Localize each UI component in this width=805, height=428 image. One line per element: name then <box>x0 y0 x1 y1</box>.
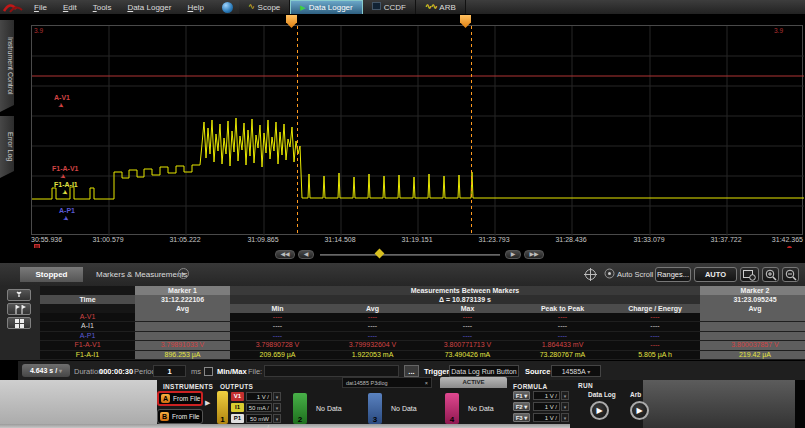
channel3-bar[interactable]: 3 <box>368 393 382 424</box>
datalog-file-tab[interactable]: dat14585 P3dlog × <box>342 377 432 388</box>
row-name: F1-A-I1 <box>40 351 135 359</box>
marker1-header[interactable]: Marker 1 <box>135 286 230 295</box>
menu-help[interactable]: Help <box>179 3 211 12</box>
instrument-b-badge: B <box>160 412 169 421</box>
formula-f2-range-dropdown[interactable]: 1 V / <box>533 402 560 411</box>
period-unit: ms <box>191 367 201 376</box>
table-row: F1-A-V1 3.79891033 V 3.79890728 V 3.7999… <box>40 341 805 350</box>
file-input[interactable] <box>264 365 399 377</box>
row-name: A-I1 <box>40 322 135 330</box>
scroll-track[interactable] <box>320 254 500 256</box>
tab-instrument-control[interactable]: Instrument Control <box>0 20 14 112</box>
zoom-out-button[interactable] <box>782 267 799 282</box>
close-icon[interactable]: × <box>425 378 428 387</box>
marker2-time: 31:23.095245 <box>700 295 805 304</box>
channel1-bar[interactable]: 1 <box>217 391 228 424</box>
ranges-button[interactable]: Ranges... <box>655 267 691 282</box>
instrument-a-button[interactable]: A From File <box>157 391 203 406</box>
measurements-table: Marker 1 Measurements Between Markers Ma… <box>0 286 805 360</box>
channel1-p-range-dropdown[interactable]: 50 mW / <box>246 414 272 423</box>
markers-tool-button[interactable] <box>7 303 31 315</box>
formula-f1-range-dropdown[interactable]: 1 V / <box>533 391 560 400</box>
auto-scroll-label[interactable]: Auto Scroll <box>617 270 653 279</box>
file-label: File: <box>248 367 262 376</box>
menu-tools[interactable]: Tools <box>85 3 120 12</box>
auto-scroll-icon[interactable] <box>604 268 615 279</box>
formula-f1-badge[interactable]: F1 ▾ <box>513 391 530 400</box>
browse-button[interactable]: ... <box>404 365 419 377</box>
channel2-bar[interactable]: 2 <box>293 393 307 424</box>
tab-scope[interactable]: ∿ Scope <box>239 0 290 14</box>
scroll-position-handle[interactable] <box>375 249 385 259</box>
grid-view-button[interactable] <box>7 317 31 329</box>
source-dropdown[interactable]: 14585A ▾ <box>551 365 601 377</box>
zoom-in-icon <box>765 269 777 281</box>
tab-error-log[interactable]: Error Log <box>0 116 14 178</box>
wrench-tool-button[interactable] <box>7 289 31 301</box>
formula-f3-range-dropdown[interactable]: 1 V / <box>533 413 560 422</box>
x-tick: 31:09.865 <box>247 236 278 243</box>
trace-label-a-p1[interactable]: A-P1 <box>59 207 75 214</box>
x-tick: 31:37.722 <box>710 236 741 243</box>
scroll-left-button[interactable]: ◀ <box>298 250 314 259</box>
table-tools-column <box>0 286 40 360</box>
duration-value[interactable]: 000:00:30 <box>99 367 133 376</box>
sine-wave-icon: ∿ <box>248 3 255 11</box>
auto-scale-button[interactable]: AUTO SCALE <box>694 267 737 282</box>
scroll-far-right-button[interactable]: ▶▶ <box>524 250 544 259</box>
y-axis-max-left: 3.9 <box>34 27 43 34</box>
arb-run-button[interactable]: ▶ <box>630 401 649 420</box>
x-axis: 30:55.936 31:00.579 31:05.222 31:09.865 … <box>14 236 805 246</box>
zoom-window-button[interactable] <box>740 267 759 282</box>
marker-flags-icon <box>12 305 26 314</box>
instruments-header: INSTRUMENTS <box>163 383 213 390</box>
channel1-i1-badge[interactable]: I1 <box>231 403 244 412</box>
waveform-plot[interactable] <box>31 25 803 235</box>
timescale-dropdown[interactable]: 4.643 s / ▾ <box>22 364 70 377</box>
instrument-b-button[interactable]: B From File <box>157 409 203 424</box>
channel1-p1-badge[interactable]: P1 <box>231 414 244 423</box>
trigger-dropdown[interactable]: Data Log Run Button ▾ <box>449 365 519 377</box>
markers-dropdown-icon[interactable]: ▾ <box>178 268 189 279</box>
channel4-status: No Data <box>468 405 494 412</box>
minmax-checkbox[interactable] <box>204 367 213 376</box>
info-icon[interactable] <box>222 2 233 13</box>
crosshair-icon[interactable] <box>584 268 597 281</box>
active-tab[interactable]: ACTIVE <box>440 377 507 388</box>
period-input[interactable]: 1 <box>153 365 186 377</box>
expand-arrow-icon[interactable]: ▶ <box>205 399 210 407</box>
col-charge-energy: Charge / Energy <box>610 304 700 313</box>
formula-f2-badge[interactable]: F2 ▾ <box>513 402 530 411</box>
markers-measurements-label: Markers & Measurements <box>96 270 188 279</box>
trace-label-a-v1[interactable]: A-V1 <box>54 94 70 101</box>
tab-arb[interactable]: ∿∿ ARB <box>416 0 466 14</box>
play-icon: ▶ <box>300 4 305 12</box>
tab-ccdf[interactable]: CCDF <box>363 0 416 14</box>
formula-f3-badge[interactable]: F3 ▾ <box>513 413 530 422</box>
app-window: File Edit Tools Data Logger Help ∿ Scope… <box>0 0 805 428</box>
x-tick: 31:05.222 <box>169 236 200 243</box>
row-name: A-V1 <box>40 313 135 321</box>
menu-data-logger[interactable]: Data Logger <box>119 3 179 12</box>
scroll-right-button[interactable]: ▶ <box>505 250 521 259</box>
menu-file[interactable]: File <box>26 3 55 12</box>
arb-waveform-icon: ∿∿ <box>425 3 436 11</box>
run-header: RUN <box>578 382 593 389</box>
channel1-i-range-dropdown[interactable]: 50 mA / <box>246 403 272 412</box>
marker2-header[interactable]: Marker 2 <box>700 286 805 295</box>
channel1-v-range-dropdown[interactable]: 1 V / <box>246 392 272 401</box>
channel4-bar[interactable]: 4 <box>445 393 459 424</box>
trace-label-f1-a-i1[interactable]: F1-A-I1 <box>54 181 78 188</box>
ccdf-curve-icon <box>372 2 381 10</box>
zoom-in-button[interactable] <box>762 267 779 282</box>
tab-data-logger[interactable]: ▶ Data Logger <box>290 0 362 14</box>
x-tick: 31:19.151 <box>401 236 432 243</box>
data-log-label: Data Log <box>588 391 616 398</box>
data-log-run-button[interactable]: ▶ <box>590 401 609 420</box>
x-tick: 31:33.079 <box>633 236 664 243</box>
minmax-label: Min/Max <box>217 367 247 376</box>
channel1-v1-badge[interactable]: V1 <box>231 392 244 401</box>
scroll-far-left-button[interactable]: ◀◀ <box>275 250 295 259</box>
menu-edit[interactable]: Edit <box>55 3 85 12</box>
trace-label-f1-a-v1[interactable]: F1-A-V1 <box>52 165 78 172</box>
